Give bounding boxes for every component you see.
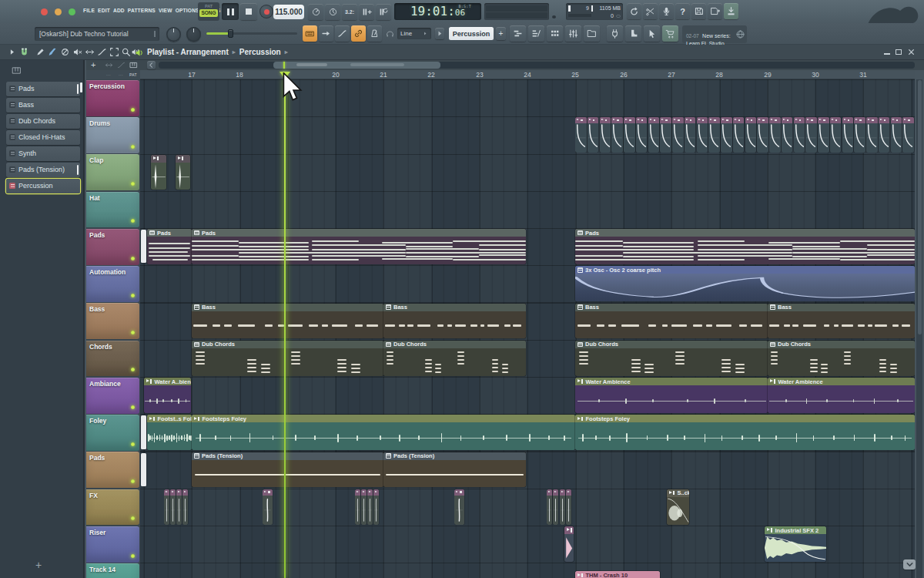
track-header[interactable]: Clap [86,154,139,190]
pattern-item-percussion[interactable]: Percussion [6,179,80,193]
pattern-clip[interactable]: Bass [768,304,915,339]
menu-item-edit[interactable]: EDIT [98,8,110,13]
menu-item-patterns[interactable]: PATTERNS [128,8,156,13]
pitch-wheel-button[interactable] [308,4,323,20]
link-button[interactable] [351,25,366,42]
pause-button[interactable] [222,3,239,20]
track-led[interactable] [131,182,135,186]
track-header[interactable]: Bass [86,303,139,339]
song-title-field[interactable]: [OskarSh] Dub Techno Tutorial [35,27,159,41]
pattern-item-bass[interactable]: Bass [6,98,80,113]
snap-magnet-icon[interactable] [19,47,29,57]
main-volume-knob[interactable] [166,27,181,42]
draw-pencil-icon[interactable] [35,47,45,57]
playlist-button[interactable] [510,25,526,42]
metronome-clock-button[interactable] [325,4,340,20]
track-header[interactable]: Pads [86,229,139,265]
audio-cell[interactable] [600,117,611,153]
audio-cell[interactable] [164,489,169,525]
audio-cell[interactable] [575,117,587,153]
audio-cell[interactable] [611,117,623,153]
pattern-clip[interactable]: Bass [383,304,526,339]
audio-clip[interactable]: Industrial SFX 2 [765,526,826,562]
track-led[interactable] [131,257,135,260]
pat-tab-label[interactable]: PAT [129,72,137,77]
slide-tab-icon[interactable] [117,61,126,69]
audio-cell[interactable] [697,117,708,153]
pattern-clip[interactable]: Dub Chords [383,341,526,376]
pattern-clip[interactable]: Pads [192,229,526,264]
audio-cell[interactable] [902,117,914,153]
select-tool-icon[interactable] [109,47,119,57]
close-button[interactable] [906,47,916,57]
audio-cell[interactable] [733,117,745,153]
scroll-left-button[interactable] [147,61,156,69]
audio-cell[interactable] [182,489,188,525]
track-led[interactable] [131,368,135,371]
track-led[interactable] [131,405,135,409]
stop-button[interactable] [240,3,257,20]
playhead-line[interactable] [284,79,286,578]
shuffle-slider-track[interactable] [206,32,297,35]
pat-song-toggle[interactable]: PAT SONG [198,2,219,21]
audio-cell[interactable] [708,117,720,153]
loop-record-button[interactable]: 3.2: [342,4,357,20]
audio-cell[interactable] [842,117,854,153]
pattern-list-scrollbar[interactable] [80,82,82,92]
track-header[interactable]: Ambiance [86,378,139,414]
track-header[interactable]: FX [86,489,139,526]
minimize-button[interactable] [884,53,890,55]
paint-brush-icon[interactable] [48,47,58,57]
audio-cell[interactable] [176,489,182,525]
snap-selector[interactable]: Line [397,28,431,39]
window-close-light[interactable] [41,8,48,15]
portamento-button[interactable] [335,25,350,42]
window-zoom-light[interactable] [69,8,75,15]
delete-tool-icon[interactable] [60,47,70,57]
audio-cell[interactable] [805,117,817,153]
menu-item-add[interactable]: ADD [113,8,125,13]
track-header[interactable]: Chords [86,341,139,377]
track-led[interactable] [131,219,135,223]
audio-cell[interactable] [263,489,273,525]
audio-cell[interactable] [782,117,793,153]
track-led[interactable] [131,442,135,446]
pattern-item-closed-hi-hats[interactable]: Closed Hi-Hats [6,130,80,145]
mute-tool-icon[interactable] [72,47,82,57]
touch-controller-button[interactable] [625,25,641,42]
audio-cell[interactable] [745,117,757,153]
slider-thumb[interactable] [228,29,233,38]
timeline-ruler[interactable]: 1718202122232425262728293031 [140,70,915,80]
export-button[interactable] [724,3,738,19]
audio-cell[interactable] [367,489,373,525]
stretch-tab-icon[interactable] [105,61,113,69]
track-led[interactable] [131,479,135,483]
automation-clip[interactable]: 3x Osc - Osc 2 coarse pitch [575,266,915,301]
track-header[interactable]: Drums [86,117,139,153]
pattern-selector[interactable]: Percussion [449,27,494,40]
pattern-clip[interactable]: Dub Chords [575,341,768,376]
audio-clip[interactable] [575,117,915,153]
mixer-button[interactable] [565,25,581,42]
audio-cell[interactable] [794,117,805,153]
piano-roll-button[interactable] [528,25,544,42]
note-tab-label[interactable]: ··· [106,72,111,77]
track-led[interactable] [131,294,135,297]
audio-cell[interactable] [757,117,768,153]
track-header[interactable]: Hat [86,192,139,228]
pat-mode-label[interactable]: PAT [198,4,219,8]
audio-cell[interactable] [891,117,902,153]
help-button[interactable]: ? [675,3,690,19]
maximize-button[interactable] [896,49,902,55]
pattern-prev-button[interactable] [435,28,444,39]
pattern-add-button[interactable]: + [496,27,506,40]
audio-cell[interactable] [660,117,671,153]
record-button[interactable] [259,5,273,18]
breadcrumb-pattern[interactable]: Percussion [239,48,281,56]
audio-cell[interactable] [547,489,552,525]
audio-cell[interactable] [373,489,379,525]
audio-cell[interactable] [566,489,571,525]
audio-clip[interactable] [164,489,189,525]
playlist-speaker-icon[interactable] [135,48,145,58]
browser-button[interactable] [584,25,600,42]
